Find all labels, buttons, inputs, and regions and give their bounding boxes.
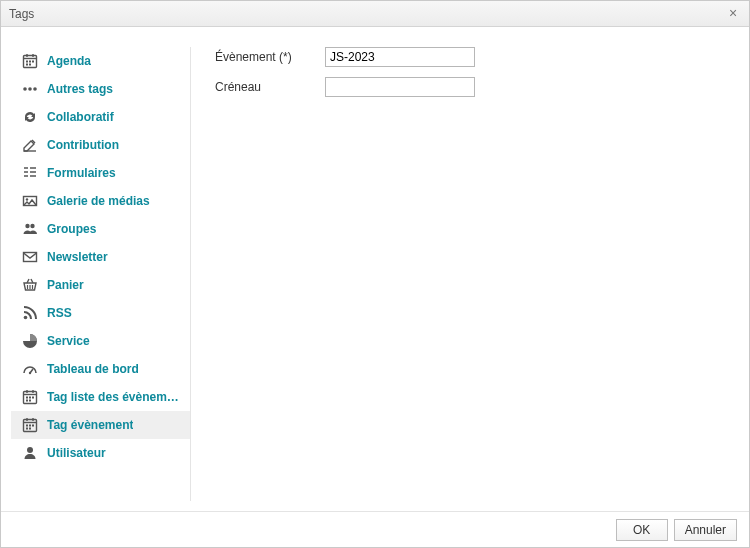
edit-icon [21,136,39,154]
ok-button[interactable]: OK [616,519,668,541]
dialog-body: AgendaAutres tagsCollaboratifContributio… [1,27,749,511]
sidebar-item-label: Newsletter [47,250,108,264]
event-input[interactable] [325,47,475,67]
content-pane: Évènement (*) Créneau [191,47,729,501]
svg-rect-5 [29,61,31,63]
sidebar-item-form-4[interactable]: Formulaires [11,159,190,187]
sidebar-item-edit-3[interactable]: Contribution [11,131,190,159]
sidebar-item-label: Agenda [47,54,91,68]
sidebar-item-calendar-12[interactable]: Tag liste des évènements [11,383,190,411]
svg-point-10 [28,87,32,91]
svg-rect-42 [26,425,28,427]
sidebar-item-label: Tag évènement [47,418,133,432]
svg-rect-6 [32,61,34,63]
slot-input[interactable] [325,77,475,97]
dialog-title: Tags [9,7,725,21]
svg-point-9 [23,87,27,91]
svg-rect-36 [26,400,28,402]
cancel-button[interactable]: Annuler [674,519,737,541]
sidebar-item-envelope-7[interactable]: Newsletter [11,243,190,271]
sidebar-item-pie-10[interactable]: Service [11,327,190,355]
svg-rect-45 [26,428,28,430]
svg-rect-37 [29,400,31,402]
sidebar-item-gallery-5[interactable]: Galerie de médias [11,187,190,215]
event-label: Évènement (*) [215,50,325,64]
calendar-icon [21,388,39,406]
sidebar-item-label: Autres tags [47,82,113,96]
sidebar-item-calendar-0[interactable]: Agenda [11,47,190,75]
envelope-icon [21,248,39,266]
sidebar: AgendaAutres tagsCollaboratifContributio… [11,47,191,501]
close-icon[interactable]: × [725,6,741,22]
titlebar: Tags × [1,1,749,27]
svg-point-21 [30,224,34,228]
calendar-icon [21,52,39,70]
form-icon [21,164,39,182]
sidebar-item-dots-1[interactable]: Autres tags [11,75,190,103]
sidebar-item-rss-9[interactable]: RSS [11,299,190,327]
group-icon [21,220,39,238]
rss-icon [21,304,39,322]
basket-icon [21,276,39,294]
sidebar-item-user-14[interactable]: Utilisateur [11,439,190,467]
sidebar-item-refresh-2[interactable]: Collaboratif [11,103,190,131]
slot-row: Créneau [215,77,729,97]
sidebar-item-label: Tag liste des évènements [47,390,182,404]
sidebar-item-label: Formulaires [47,166,116,180]
event-row: Évènement (*) [215,47,729,67]
sidebar-item-dashboard-11[interactable]: Tableau de bord [11,355,190,383]
sidebar-item-label: Utilisateur [47,446,106,460]
slot-label: Créneau [215,80,325,94]
sidebar-item-basket-8[interactable]: Panier [11,271,190,299]
svg-rect-35 [32,397,34,399]
svg-point-11 [33,87,37,91]
svg-point-20 [25,224,29,228]
svg-rect-4 [26,61,28,63]
tags-dialog: Tags × AgendaAutres tagsCollaboratifCont… [0,0,750,548]
calendar-icon [21,416,39,434]
dialog-footer: OK Annuler [1,511,749,547]
sidebar-item-label: RSS [47,306,72,320]
svg-point-26 [24,316,28,320]
sidebar-item-calendar-13[interactable]: Tag évènement [11,411,190,439]
sidebar-item-label: Contribution [47,138,119,152]
svg-rect-34 [29,397,31,399]
dots-icon [21,80,39,98]
refresh-icon [21,108,39,126]
svg-rect-43 [29,425,31,427]
sidebar-item-label: Collaboratif [47,110,114,124]
svg-rect-7 [26,64,28,66]
svg-point-28 [29,372,31,374]
svg-rect-44 [32,425,34,427]
svg-rect-33 [26,397,28,399]
sidebar-item-label: Galerie de médias [47,194,150,208]
sidebar-item-label: Panier [47,278,84,292]
sidebar-item-label: Service [47,334,90,348]
svg-point-19 [26,198,28,200]
pie-icon [21,332,39,350]
gallery-icon [21,192,39,210]
sidebar-item-label: Groupes [47,222,96,236]
svg-rect-8 [29,64,31,66]
dashboard-icon [21,360,39,378]
sidebar-item-group-6[interactable]: Groupes [11,215,190,243]
svg-point-47 [27,447,33,453]
sidebar-item-label: Tableau de bord [47,362,139,376]
svg-rect-46 [29,428,31,430]
user-icon [21,444,39,462]
